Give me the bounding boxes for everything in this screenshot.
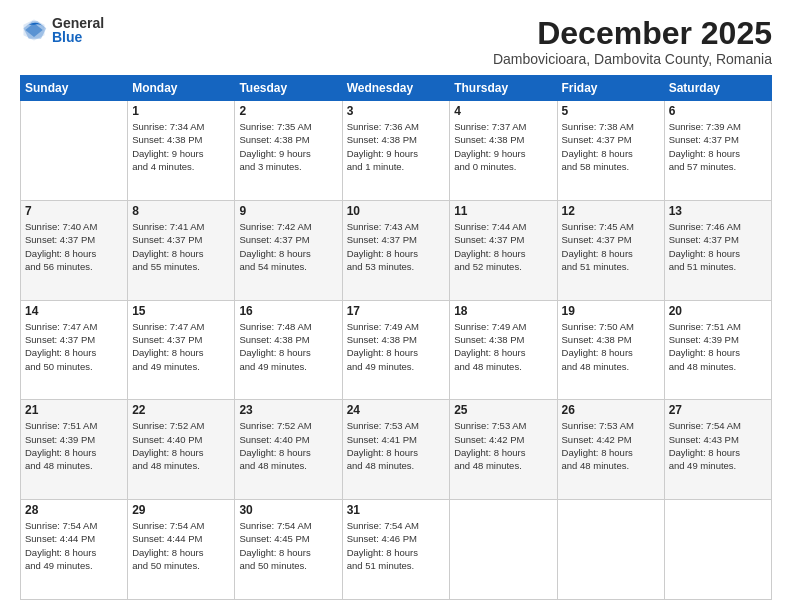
- calendar-cell: [557, 500, 664, 600]
- day-info: Sunrise: 7:54 AM Sunset: 4:43 PM Dayligh…: [669, 419, 767, 472]
- day-header-thursday: Thursday: [450, 76, 557, 101]
- calendar-cell: 11Sunrise: 7:44 AM Sunset: 4:37 PM Dayli…: [450, 200, 557, 300]
- subtitle: Dambovicioara, Dambovita County, Romania: [493, 51, 772, 67]
- calendar-cell: 18Sunrise: 7:49 AM Sunset: 4:38 PM Dayli…: [450, 300, 557, 400]
- day-number: 13: [669, 204, 767, 218]
- day-number: 12: [562, 204, 660, 218]
- logo-general: General: [52, 16, 104, 30]
- day-info: Sunrise: 7:36 AM Sunset: 4:38 PM Dayligh…: [347, 120, 446, 173]
- day-number: 25: [454, 403, 552, 417]
- logo: General Blue: [20, 16, 104, 44]
- calendar-cell: 23Sunrise: 7:52 AM Sunset: 4:40 PM Dayli…: [235, 400, 342, 500]
- day-number: 9: [239, 204, 337, 218]
- week-row-1: 1Sunrise: 7:34 AM Sunset: 4:38 PM Daylig…: [21, 101, 772, 201]
- header-row: SundayMondayTuesdayWednesdayThursdayFrid…: [21, 76, 772, 101]
- calendar-cell: [21, 101, 128, 201]
- week-row-3: 14Sunrise: 7:47 AM Sunset: 4:37 PM Dayli…: [21, 300, 772, 400]
- calendar-table: SundayMondayTuesdayWednesdayThursdayFrid…: [20, 75, 772, 600]
- logo-icon: [20, 16, 48, 44]
- week-row-4: 21Sunrise: 7:51 AM Sunset: 4:39 PM Dayli…: [21, 400, 772, 500]
- day-number: 22: [132, 403, 230, 417]
- day-info: Sunrise: 7:52 AM Sunset: 4:40 PM Dayligh…: [239, 419, 337, 472]
- day-header-sunday: Sunday: [21, 76, 128, 101]
- day-number: 24: [347, 403, 446, 417]
- day-number: 27: [669, 403, 767, 417]
- calendar-cell: 13Sunrise: 7:46 AM Sunset: 4:37 PM Dayli…: [664, 200, 771, 300]
- day-info: Sunrise: 7:39 AM Sunset: 4:37 PM Dayligh…: [669, 120, 767, 173]
- day-number: 31: [347, 503, 446, 517]
- calendar-cell: [664, 500, 771, 600]
- calendar-cell: 17Sunrise: 7:49 AM Sunset: 4:38 PM Dayli…: [342, 300, 450, 400]
- month-title: December 2025: [493, 16, 772, 51]
- calendar-cell: 31Sunrise: 7:54 AM Sunset: 4:46 PM Dayli…: [342, 500, 450, 600]
- day-info: Sunrise: 7:41 AM Sunset: 4:37 PM Dayligh…: [132, 220, 230, 273]
- day-number: 5: [562, 104, 660, 118]
- calendar-cell: 19Sunrise: 7:50 AM Sunset: 4:38 PM Dayli…: [557, 300, 664, 400]
- calendar-cell: 3Sunrise: 7:36 AM Sunset: 4:38 PM Daylig…: [342, 101, 450, 201]
- day-info: Sunrise: 7:53 AM Sunset: 4:42 PM Dayligh…: [454, 419, 552, 472]
- day-number: 7: [25, 204, 123, 218]
- calendar-cell: 7Sunrise: 7:40 AM Sunset: 4:37 PM Daylig…: [21, 200, 128, 300]
- day-info: Sunrise: 7:54 AM Sunset: 4:44 PM Dayligh…: [132, 519, 230, 572]
- day-header-tuesday: Tuesday: [235, 76, 342, 101]
- day-info: Sunrise: 7:47 AM Sunset: 4:37 PM Dayligh…: [25, 320, 123, 373]
- calendar-cell: 27Sunrise: 7:54 AM Sunset: 4:43 PM Dayli…: [664, 400, 771, 500]
- calendar-cell: 29Sunrise: 7:54 AM Sunset: 4:44 PM Dayli…: [128, 500, 235, 600]
- day-info: Sunrise: 7:54 AM Sunset: 4:46 PM Dayligh…: [347, 519, 446, 572]
- day-info: Sunrise: 7:54 AM Sunset: 4:44 PM Dayligh…: [25, 519, 123, 572]
- day-info: Sunrise: 7:45 AM Sunset: 4:37 PM Dayligh…: [562, 220, 660, 273]
- day-info: Sunrise: 7:43 AM Sunset: 4:37 PM Dayligh…: [347, 220, 446, 273]
- day-header-wednesday: Wednesday: [342, 76, 450, 101]
- day-info: Sunrise: 7:47 AM Sunset: 4:37 PM Dayligh…: [132, 320, 230, 373]
- title-block: December 2025 Dambovicioara, Dambovita C…: [493, 16, 772, 67]
- day-info: Sunrise: 7:51 AM Sunset: 4:39 PM Dayligh…: [669, 320, 767, 373]
- day-header-friday: Friday: [557, 76, 664, 101]
- calendar-cell: 14Sunrise: 7:47 AM Sunset: 4:37 PM Dayli…: [21, 300, 128, 400]
- calendar-cell: 20Sunrise: 7:51 AM Sunset: 4:39 PM Dayli…: [664, 300, 771, 400]
- day-number: 11: [454, 204, 552, 218]
- day-info: Sunrise: 7:50 AM Sunset: 4:38 PM Dayligh…: [562, 320, 660, 373]
- calendar-cell: [450, 500, 557, 600]
- calendar-cell: 30Sunrise: 7:54 AM Sunset: 4:45 PM Dayli…: [235, 500, 342, 600]
- day-info: Sunrise: 7:49 AM Sunset: 4:38 PM Dayligh…: [454, 320, 552, 373]
- calendar-cell: 16Sunrise: 7:48 AM Sunset: 4:38 PM Dayli…: [235, 300, 342, 400]
- day-number: 26: [562, 403, 660, 417]
- day-info: Sunrise: 7:49 AM Sunset: 4:38 PM Dayligh…: [347, 320, 446, 373]
- day-number: 17: [347, 304, 446, 318]
- day-number: 4: [454, 104, 552, 118]
- logo-text: General Blue: [52, 16, 104, 44]
- day-info: Sunrise: 7:34 AM Sunset: 4:38 PM Dayligh…: [132, 120, 230, 173]
- calendar-cell: 10Sunrise: 7:43 AM Sunset: 4:37 PM Dayli…: [342, 200, 450, 300]
- calendar-cell: 15Sunrise: 7:47 AM Sunset: 4:37 PM Dayli…: [128, 300, 235, 400]
- day-number: 18: [454, 304, 552, 318]
- day-info: Sunrise: 7:38 AM Sunset: 4:37 PM Dayligh…: [562, 120, 660, 173]
- logo-blue: Blue: [52, 30, 104, 44]
- page: General Blue December 2025 Dambovicioara…: [0, 0, 792, 612]
- calendar-cell: 5Sunrise: 7:38 AM Sunset: 4:37 PM Daylig…: [557, 101, 664, 201]
- day-info: Sunrise: 7:53 AM Sunset: 4:41 PM Dayligh…: [347, 419, 446, 472]
- week-row-2: 7Sunrise: 7:40 AM Sunset: 4:37 PM Daylig…: [21, 200, 772, 300]
- day-number: 10: [347, 204, 446, 218]
- day-number: 16: [239, 304, 337, 318]
- day-number: 1: [132, 104, 230, 118]
- calendar-cell: 22Sunrise: 7:52 AM Sunset: 4:40 PM Dayli…: [128, 400, 235, 500]
- day-info: Sunrise: 7:40 AM Sunset: 4:37 PM Dayligh…: [25, 220, 123, 273]
- calendar-cell: 9Sunrise: 7:42 AM Sunset: 4:37 PM Daylig…: [235, 200, 342, 300]
- day-info: Sunrise: 7:53 AM Sunset: 4:42 PM Dayligh…: [562, 419, 660, 472]
- calendar-cell: 24Sunrise: 7:53 AM Sunset: 4:41 PM Dayli…: [342, 400, 450, 500]
- day-number: 29: [132, 503, 230, 517]
- day-info: Sunrise: 7:51 AM Sunset: 4:39 PM Dayligh…: [25, 419, 123, 472]
- day-number: 20: [669, 304, 767, 318]
- day-info: Sunrise: 7:46 AM Sunset: 4:37 PM Dayligh…: [669, 220, 767, 273]
- day-number: 8: [132, 204, 230, 218]
- day-header-monday: Monday: [128, 76, 235, 101]
- day-number: 3: [347, 104, 446, 118]
- day-number: 6: [669, 104, 767, 118]
- day-number: 23: [239, 403, 337, 417]
- day-info: Sunrise: 7:54 AM Sunset: 4:45 PM Dayligh…: [239, 519, 337, 572]
- day-number: 19: [562, 304, 660, 318]
- day-info: Sunrise: 7:52 AM Sunset: 4:40 PM Dayligh…: [132, 419, 230, 472]
- day-number: 2: [239, 104, 337, 118]
- day-info: Sunrise: 7:42 AM Sunset: 4:37 PM Dayligh…: [239, 220, 337, 273]
- day-number: 15: [132, 304, 230, 318]
